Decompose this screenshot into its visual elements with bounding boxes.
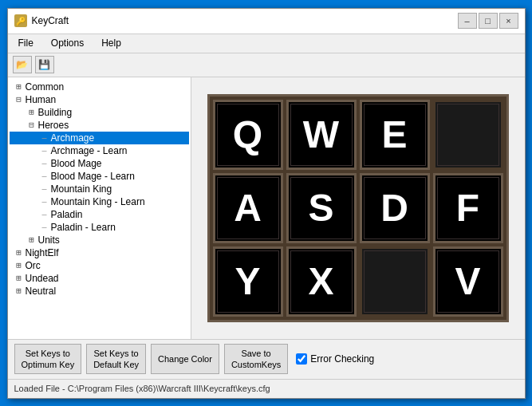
- tree-expander-undead: ⊞: [13, 273, 26, 283]
- app-icon: 🔑: [14, 14, 27, 27]
- tree-label-human: Human: [26, 94, 57, 105]
- key-cell-8[interactable]: Y: [213, 246, 283, 317]
- tree-expander-orc: ⊞: [13, 260, 26, 270]
- set-default-button[interactable]: Set Keys to Default Key: [86, 344, 146, 374]
- tree-node-orc[interactable]: ⊞Orc: [10, 259, 189, 272]
- status-text: Loaded File - C:\Program Files (x86)\War…: [14, 384, 270, 393]
- tree-node-common[interactable]: ⊞Common: [10, 81, 189, 93]
- tree-node-undead[interactable]: ⊞Undead: [10, 272, 189, 285]
- tree-expander-mountain-king: –: [38, 184, 51, 193]
- tree-expander-blood-mage-learn: –: [38, 171, 51, 180]
- tree-label-archmage: Archmage: [51, 132, 95, 144]
- tree-expander-units: ⊞: [26, 235, 38, 245]
- tree-expander-archmage-learn: –: [38, 146, 51, 155]
- title-bar: 🔑 KeyCraft – □ ×: [8, 9, 525, 34]
- change-color-button[interactable]: Change Color: [151, 344, 219, 374]
- tree-expander-building: ⊞: [26, 107, 38, 117]
- right-panel: QWEASDFYXV: [191, 77, 525, 339]
- tree-node-mountain-king-learn[interactable]: –Mountain King - Learn: [10, 195, 189, 208]
- tree-expander-common: ⊞: [13, 81, 26, 92]
- window-title: KeyCraft: [32, 15, 69, 26]
- key-cell-4[interactable]: A: [213, 173, 283, 243]
- key-cell-1[interactable]: W: [286, 100, 357, 170]
- tree-expander-heroes: ⊟: [26, 120, 38, 130]
- open-button[interactable]: 📂: [13, 56, 32, 73]
- key-grid: QWEASDFYXV: [207, 94, 509, 322]
- tree-label-blood-mage-learn: Blood Mage - Learn: [51, 171, 135, 182]
- minimize-button[interactable]: –: [458, 13, 477, 29]
- tree-node-building[interactable]: ⊞Building: [10, 106, 189, 119]
- key-cell-0[interactable]: Q: [213, 100, 283, 170]
- tree-expander-paladin: –: [38, 210, 51, 219]
- tree-node-paladin[interactable]: –Paladin: [10, 208, 189, 221]
- tree-expander-mountain-king-learn: –: [38, 197, 51, 206]
- tree-label-blood-mage: Blood Mage: [51, 158, 102, 169]
- tree-node-units[interactable]: ⊞Units: [10, 234, 189, 246]
- tree-expander-nightelf: ⊞: [13, 247, 26, 258]
- error-checking-label: Error Checking: [310, 353, 374, 365]
- tree-label-paladin-learn: Paladin - Learn: [51, 222, 116, 233]
- tree-label-undead: Undead: [26, 273, 59, 284]
- tree-label-mountain-king-learn: Mountain King - Learn: [51, 196, 145, 207]
- tree-label-units: Units: [38, 235, 60, 246]
- tree-panel: ⊞Common⊟Human⊞Building⊟Heroes–Archmage–A…: [8, 77, 191, 339]
- menu-options[interactable]: Options: [44, 35, 91, 51]
- tree-label-nightelf: NightElf: [26, 247, 59, 258]
- bottom-bar: Set Keys to Optimum Key Set Keys to Defa…: [8, 339, 525, 379]
- tree-node-heroes[interactable]: ⊟Heroes: [10, 119, 189, 132]
- tree-node-paladin-learn[interactable]: –Paladin - Learn: [10, 221, 189, 234]
- tree-label-neutral: Neutral: [26, 286, 57, 297]
- tree-label-mountain-king: Mountain King: [51, 183, 112, 195]
- close-button[interactable]: ×: [499, 13, 518, 29]
- title-bar-left: 🔑 KeyCraft: [14, 14, 69, 27]
- maximize-button[interactable]: □: [479, 13, 498, 29]
- main-window: 🔑 KeyCraft – □ × File Options Help 📂 💾 ⊞…: [7, 8, 526, 399]
- tree-label-archmage-learn: Archmage - Learn: [51, 145, 128, 156]
- tree-node-archmage-learn[interactable]: –Archmage - Learn: [10, 144, 189, 157]
- tree-label-building: Building: [38, 107, 73, 118]
- tree-expander-archmage: –: [38, 133, 51, 142]
- tree-node-human[interactable]: ⊟Human: [10, 93, 189, 106]
- save-customkeys-button[interactable]: Save to CustomKeys: [224, 344, 288, 374]
- key-cell-10[interactable]: [360, 246, 430, 317]
- tree-expander-neutral: ⊞: [13, 286, 26, 296]
- tree-expander-human: ⊟: [13, 94, 26, 104]
- content-area: ⊞Common⊟Human⊞Building⊟Heroes–Archmage–A…: [8, 77, 525, 339]
- tree-node-archmage[interactable]: –Archmage: [10, 132, 189, 144]
- key-cell-9[interactable]: X: [286, 246, 357, 317]
- menu-file[interactable]: File: [11, 35, 41, 51]
- key-cell-3[interactable]: [433, 100, 503, 170]
- key-cell-2[interactable]: E: [360, 100, 430, 170]
- tree-expander-blood-mage: –: [38, 159, 51, 168]
- key-cell-6[interactable]: D: [360, 173, 430, 243]
- error-checking-area: Error Checking: [296, 353, 374, 365]
- set-optimum-button[interactable]: Set Keys to Optimum Key: [14, 344, 82, 374]
- tree-label-paladin: Paladin: [51, 209, 83, 220]
- title-bar-buttons: – □ ×: [458, 13, 518, 29]
- tree-node-mountain-king[interactable]: –Mountain King: [10, 183, 189, 195]
- menu-help[interactable]: Help: [94, 35, 128, 51]
- tree-label-heroes: Heroes: [38, 120, 69, 131]
- tree-expander-paladin-learn: –: [38, 223, 51, 231]
- tree-node-nightelf[interactable]: ⊞NightElf: [10, 246, 189, 259]
- tree-node-blood-mage-learn[interactable]: –Blood Mage - Learn: [10, 170, 189, 183]
- key-cell-7[interactable]: F: [433, 173, 503, 243]
- tree-label-common: Common: [26, 81, 65, 93]
- tree-node-blood-mage[interactable]: –Blood Mage: [10, 157, 189, 170]
- error-checking-checkbox[interactable]: [296, 353, 307, 365]
- tree-label-orc: Orc: [26, 260, 41, 271]
- menu-bar: File Options Help: [8, 34, 525, 53]
- tree-node-neutral[interactable]: ⊞Neutral: [10, 285, 189, 298]
- key-cell-5[interactable]: S: [286, 173, 357, 243]
- status-bar: Loaded File - C:\Program Files (x86)\War…: [8, 379, 525, 398]
- save-button[interactable]: 💾: [35, 56, 54, 73]
- toolbar: 📂 💾: [8, 53, 525, 77]
- key-cell-11[interactable]: V: [433, 246, 503, 317]
